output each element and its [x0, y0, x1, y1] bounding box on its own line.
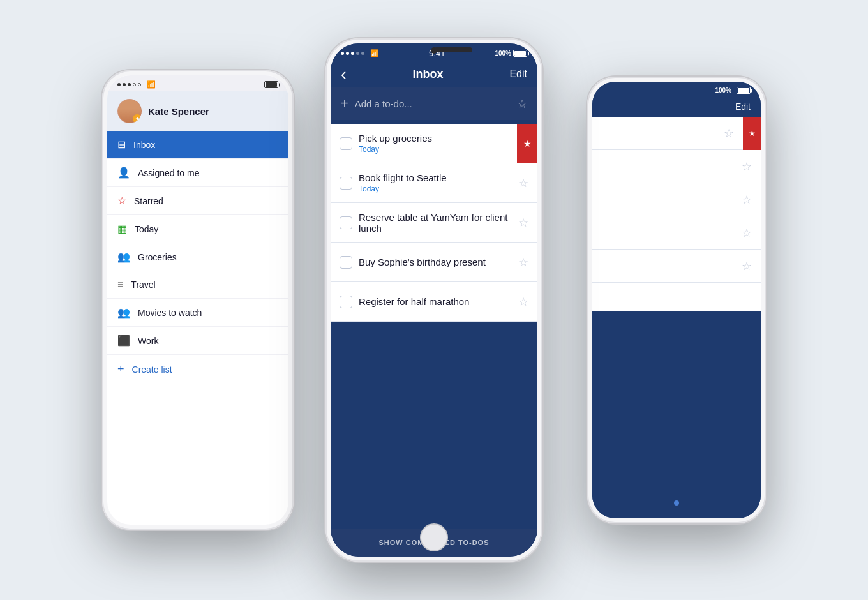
- task-checkbox-2[interactable]: [340, 177, 352, 190]
- add-todo-placeholder: Add a to-do...: [355, 98, 412, 109]
- add-plus-icon: +: [341, 96, 348, 111]
- sidebar-create-label: Create list: [132, 364, 172, 375]
- center-battery-fill: [514, 51, 526, 56]
- c-dot5: [361, 52, 364, 55]
- sidebar-item-assigned[interactable]: 👤 Assigned to me: [107, 159, 288, 187]
- right-task-4[interactable]: ☆: [592, 216, 761, 250]
- task-text-4: Buy Sophie's birthday present: [359, 257, 512, 267]
- back-button[interactable]: ‹: [341, 66, 347, 82]
- right-battery-fill: [738, 88, 749, 93]
- right-star-1[interactable]: ☆: [724, 126, 734, 140]
- scene: 📶 ★ Kate Spencer: [83, 26, 785, 574]
- right-star-5[interactable]: ☆: [742, 259, 752, 273]
- phone-right-inner: 100% Edit ☆ ★: [592, 82, 761, 518]
- task-checkbox-4[interactable]: [340, 256, 352, 269]
- left-content: 📶 ★ Kate Spencer: [107, 75, 288, 525]
- task-title-4: Buy Sophie's birthday present: [359, 257, 512, 267]
- phone-center-inner: 📶 9:41 100% ‹ Inbox Edit: [331, 43, 537, 557]
- add-todo-bar[interactable]: + Add a to-do... ☆: [331, 87, 537, 120]
- right-star-2[interactable]: ☆: [742, 160, 752, 174]
- sidebar-travel-label: Travel: [131, 280, 155, 290]
- right-tasks: ☆ ★ ☆ ☆ ☆: [592, 117, 761, 311]
- sidebar-item-movies[interactable]: 👥 Movies to watch: [107, 299, 288, 327]
- task-star-3[interactable]: ☆: [518, 216, 528, 230]
- sidebar-inbox-label: Inbox: [133, 140, 155, 150]
- right-bottom: [592, 311, 761, 519]
- right-task-2[interactable]: ☆: [592, 150, 761, 183]
- right-star-3[interactable]: ☆: [742, 193, 752, 207]
- sidebar-groceries-label: Groceries: [138, 252, 177, 262]
- c-dot3: [351, 52, 354, 55]
- left-signal: 📶: [117, 80, 156, 89]
- task-star-5[interactable]: ☆: [518, 295, 528, 309]
- dot4: [133, 83, 136, 86]
- left-battery-wrap: [264, 81, 278, 88]
- task-checkbox-5[interactable]: [340, 296, 352, 308]
- right-battery: [737, 87, 751, 94]
- center-nav-bar: ‹ Inbox Edit: [331, 61, 537, 87]
- task-item-5[interactable]: Register for half marathon ☆: [331, 282, 537, 322]
- right-task-1[interactable]: ☆ ★: [592, 117, 761, 150]
- inbox-icon: ⊟: [117, 139, 126, 151]
- right-nav-bar: Edit: [592, 96, 761, 117]
- task-title-3: Reserve table at YamYam for client lunch: [359, 212, 512, 234]
- dot5: [138, 83, 141, 86]
- task-checkbox-1[interactable]: [340, 137, 352, 150]
- ribbon-star-icon-1: ★: [523, 139, 532, 149]
- sidebar-item-starred[interactable]: ☆ Starred: [107, 187, 288, 215]
- sidebar-starred-label: Starred: [134, 196, 163, 206]
- assigned-icon: 👤: [117, 167, 130, 179]
- home-button[interactable]: [420, 523, 448, 551]
- right-task-5[interactable]: ☆: [592, 250, 761, 283]
- add-star-icon[interactable]: ☆: [517, 97, 527, 111]
- right-battery-pct: 100%: [715, 87, 731, 94]
- center-signal: 📶: [341, 49, 379, 57]
- task-item-4[interactable]: Buy Sophie's birthday present ☆: [331, 243, 537, 282]
- dot1: [117, 83, 121, 86]
- sidebar-item-groceries[interactable]: 👥 Groceries: [107, 243, 288, 271]
- dot2: [123, 83, 126, 86]
- page-indicator: [674, 500, 679, 506]
- right-star-4[interactable]: ☆: [742, 226, 752, 240]
- right-edit-button[interactable]: Edit: [735, 101, 751, 112]
- task-item-2[interactable]: Book flight to Seattle Today ☆: [331, 163, 537, 203]
- phone-left-inner: 📶 ★ Kate Spencer: [107, 75, 288, 525]
- sidebar-item-inbox[interactable]: ⊟ Inbox: [107, 131, 288, 159]
- center-battery-wrap: 100%: [495, 50, 527, 57]
- task-title-5: Register for half marathon: [359, 296, 512, 307]
- c-dot1: [341, 52, 344, 55]
- sidebar-assigned-label: Assigned to me: [138, 168, 200, 178]
- right-ribbon-1: ★: [743, 117, 761, 150]
- sidebar-item-create[interactable]: + Create list: [107, 355, 288, 384]
- edit-button[interactable]: Edit: [509, 68, 527, 80]
- work-icon: ⬛: [117, 334, 130, 347]
- task-text-5: Register for half marathon: [359, 296, 512, 307]
- left-battery: [264, 81, 278, 88]
- task-star-2[interactable]: ☆: [518, 176, 528, 190]
- left-user-row: ★ Kate Spencer: [107, 91, 288, 131]
- sidebar-today-label: Today: [135, 224, 158, 234]
- tasks-list: Pick up groceries Today ★ Book flight to…: [331, 124, 537, 529]
- task-item-1[interactable]: Pick up groceries Today ★: [331, 124, 537, 163]
- task-star-4[interactable]: ☆: [518, 255, 528, 269]
- add-todo-left: + Add a to-do...: [341, 96, 412, 111]
- starred-icon: ☆: [117, 195, 126, 207]
- right-status-bar: 100%: [592, 82, 761, 96]
- right-task-3[interactable]: ☆: [592, 183, 761, 216]
- task-text-2: Book flight to Seattle Today: [359, 172, 512, 193]
- sidebar-item-work[interactable]: ⬛ Work: [107, 327, 288, 355]
- sidebar-item-today[interactable]: ▦ Today: [107, 215, 288, 243]
- left-status-bar: 📶: [107, 75, 288, 91]
- today-icon: ▦: [117, 223, 127, 235]
- left-battery-fill: [266, 82, 277, 87]
- sidebar-item-travel[interactable]: ≡ Travel: [107, 271, 288, 299]
- dot3: [128, 83, 131, 86]
- center-battery-pct: 100%: [495, 50, 511, 57]
- task-item-3[interactable]: Reserve table at YamYam for client lunch…: [331, 203, 537, 243]
- travel-icon: ≡: [117, 279, 123, 290]
- task-checkbox-3[interactable]: [340, 216, 352, 229]
- sidebar-movies-label: Movies to watch: [138, 308, 202, 318]
- task-sub-2: Today: [359, 184, 512, 193]
- phone-center: 📶 9:41 100% ‹ Inbox Edit: [326, 38, 542, 562]
- task-text-3: Reserve table at YamYam for client lunch: [359, 212, 512, 234]
